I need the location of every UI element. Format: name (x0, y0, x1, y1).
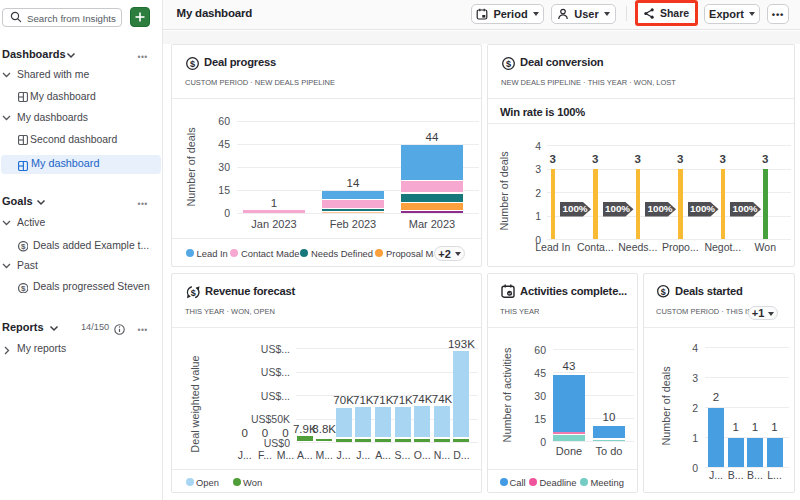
svg-text:$: $ (21, 242, 26, 251)
svg-text:$: $ (506, 58, 511, 68)
svg-text:$: $ (190, 58, 195, 68)
svg-text:$: $ (661, 287, 666, 297)
svg-text:$: $ (21, 284, 26, 293)
svg-text:$: $ (190, 287, 195, 297)
